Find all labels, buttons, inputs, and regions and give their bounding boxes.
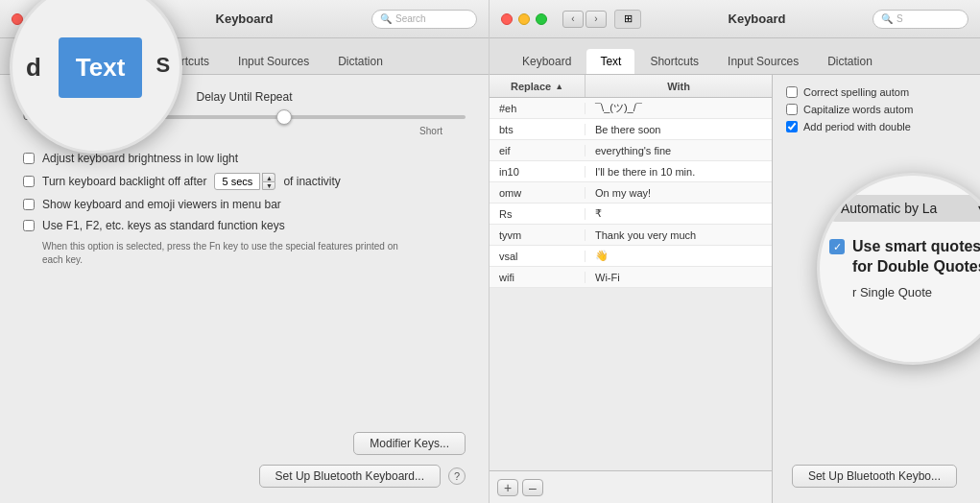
checkbox-emoji-label: Show keyboard and emoji viewers in menu …	[42, 198, 281, 211]
table-row[interactable]: #eh¯\_(ツ)_/¯	[490, 98, 772, 119]
cell-replace: omw	[490, 187, 586, 199]
cell-replace: bts	[490, 124, 586, 135]
mag-for-double-label: for Double Quotes	[852, 257, 980, 277]
right-maximize-button[interactable]	[536, 13, 547, 25]
cell-with: everything's fine	[586, 145, 772, 156]
table-rows: #eh¯\_(ツ)_/¯btsBe there sooneifeverythin…	[490, 98, 772, 470]
tab-dictation-right[interactable]: Dictation	[814, 49, 886, 74]
checkbox-brightness-input[interactable]	[23, 153, 35, 164]
option-period: Add period with double	[786, 121, 967, 132]
mag-dropdown-label: Automatic by La	[841, 201, 937, 216]
table-row[interactable]: in10I'll be there in 10 min.	[490, 161, 772, 182]
tab-input-sources-left[interactable]: Input Sources	[225, 49, 323, 74]
mag-smart-quotes-label: Use smart quotes	[852, 237, 980, 257]
right-search-bar[interactable]: 🔍 S	[872, 10, 968, 29]
modifier-keys-button[interactable]: Modifier Keys...	[353, 432, 466, 455]
right-titlebar: ‹ › ⊞ Keyboard 🔍 S	[490, 0, 980, 38]
tab-keyboard-right[interactable]: Keyboard	[509, 49, 585, 74]
cell-with: ₹	[586, 207, 772, 220]
table-row[interactable]: omwOn my way!	[490, 182, 772, 204]
right-traffic-lights	[501, 13, 547, 25]
option-period-label: Add period with double	[803, 121, 911, 132]
table-row[interactable]: btsBe there soon	[490, 119, 772, 140]
search-label: Search	[395, 13, 426, 24]
table-row[interactable]: tyvmThank you very much	[490, 225, 772, 246]
option-period-checkbox[interactable]	[786, 121, 798, 132]
stepper-input[interactable]	[214, 173, 260, 190]
cell-with: 👋	[586, 250, 772, 262]
right-window: ‹ › ⊞ Keyboard 🔍 S Keyboard Text Shortcu…	[490, 0, 980, 503]
option-capitalize-label: Capitalize words autom	[803, 104, 913, 115]
grid-icon[interactable]: ⊞	[614, 10, 641, 29]
bluetooth-keyboard-button-left[interactable]: Set Up Bluetooth Keyboard...	[259, 465, 441, 488]
cell-with: I'll be there in 10 min.	[586, 166, 772, 178]
stepper-down[interactable]: ▼	[262, 181, 275, 190]
checkbox-fn-input[interactable]	[23, 220, 35, 231]
stepper-arrows: ▲ ▼	[262, 173, 275, 190]
table-row[interactable]: vsal👋	[490, 246, 772, 267]
table-row[interactable]: eifeverything's fine	[490, 140, 772, 161]
right-nav-arrows: ‹ ›	[562, 11, 607, 28]
checkbox-backlight-label: Turn keyboard backlight off after	[42, 175, 206, 188]
table-row[interactable]: wifiWi-Fi	[490, 267, 772, 288]
mag-single-quotes-label: r Single Quote	[852, 285, 980, 299]
right-minimize-button[interactable]	[518, 13, 530, 25]
delay-slider-thumb[interactable]	[276, 109, 292, 125]
table-row[interactable]: Rs₹	[490, 204, 772, 225]
stepper-group: ▲ ▼	[214, 173, 275, 190]
right-forward-arrow[interactable]: ›	[586, 11, 607, 28]
tab-dictation-left[interactable]: Dictation	[324, 49, 396, 74]
mag-tab-s: S	[142, 37, 182, 98]
right-back-arrow[interactable]: ‹	[562, 11, 584, 28]
checkbox-emoji: Show keyboard and emoji viewers in menu …	[23, 198, 466, 211]
bottom-buttons-left: Modifier Keys... Set Up Bluetooth Keyboa…	[259, 432, 466, 488]
cell-replace: wifi	[490, 272, 586, 283]
right-search-placeholder: S	[896, 13, 903, 24]
tab-text-right[interactable]: Text	[586, 49, 634, 74]
cell-with: Thank you very much	[586, 229, 772, 241]
checkbox-brightness-label: Adjust keyboard brightness in low light	[42, 152, 238, 165]
tab-input-sources-right[interactable]: Input Sources	[714, 49, 812, 74]
checkbox-fn: Use F1, F2, etc. keys as standard functi…	[23, 219, 466, 232]
tab-shortcuts-right[interactable]: Shortcuts	[636, 49, 712, 74]
cell-replace: eif	[490, 145, 586, 156]
cell-with: On my way!	[586, 187, 772, 199]
right-close-button[interactable]	[501, 13, 513, 25]
left-window: d Text S ‹ › Keyboard 🔍 Search Keyboard …	[0, 0, 490, 503]
smart-quotes-checkbox[interactable]: ✓	[829, 239, 845, 254]
cell-replace: in10	[490, 166, 586, 178]
sort-icon[interactable]: ▲	[555, 82, 563, 91]
option-spelling: Correct spelling autom	[786, 86, 967, 98]
checkbox-backlight-suffix: of inactivity	[283, 175, 340, 188]
fn-note: When this option is selected, press the …	[42, 240, 407, 267]
right-tabs-bar: Keyboard Text Shortcuts Input Sources Di…	[490, 38, 980, 75]
checkbox-backlight-input[interactable]	[23, 176, 35, 187]
magnifier-tab-group: d Text S	[10, 37, 182, 98]
col-replace-header: Replace ▲	[490, 75, 586, 97]
cell-replace: Rs	[490, 208, 586, 220]
remove-replacement-button[interactable]: –	[522, 479, 543, 496]
cell-replace: #eh	[490, 103, 586, 114]
option-spelling-label: Correct spelling autom	[803, 86, 909, 98]
option-spelling-checkbox[interactable]	[786, 86, 798, 98]
table-footer: + –	[490, 470, 772, 503]
bluetooth-keyboard-button-right[interactable]: Set Up Bluetooth Keybo...	[792, 465, 957, 488]
col-with-header: With	[586, 81, 772, 92]
option-capitalize-checkbox[interactable]	[786, 104, 798, 115]
cell-with: ¯\_(ツ)_/¯	[586, 101, 772, 115]
mag-checkbox-labels: Use smart quotes for Double Quotes	[852, 237, 980, 277]
checkbox-backlight: Turn keyboard backlight off after ▲ ▼ of…	[23, 173, 466, 190]
checkbox-emoji-input[interactable]	[23, 199, 35, 210]
search-icon: 🔍	[380, 13, 392, 24]
stepper-up[interactable]: ▲	[262, 173, 275, 181]
bottom-right-buttons: Set Up Bluetooth Keybo...	[792, 465, 957, 488]
right-search-icon: 🔍	[881, 13, 893, 24]
help-icon-left[interactable]: ?	[448, 467, 466, 485]
cell-with: Be there soon	[586, 124, 772, 135]
left-search-bar[interactable]: 🔍 Search	[371, 10, 477, 29]
mag-tab-text-active[interactable]: Text	[59, 37, 143, 98]
cell-replace: tyvm	[490, 229, 586, 241]
add-replacement-button[interactable]: +	[497, 479, 518, 496]
right-window-title: Keyboard	[649, 12, 865, 26]
mag-dropdown[interactable]: Automatic by La ▾	[829, 195, 980, 222]
